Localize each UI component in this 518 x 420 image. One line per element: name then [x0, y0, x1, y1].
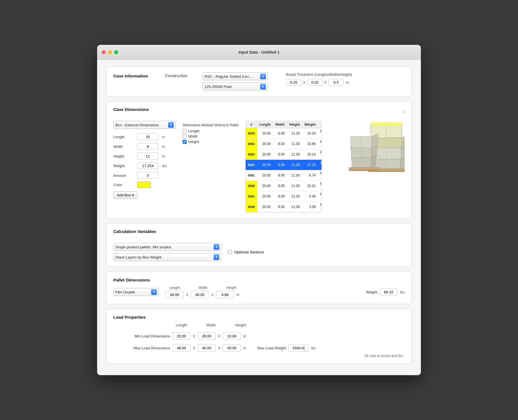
optimize-checkbox[interactable]	[228, 250, 232, 254]
svg-rect-23	[349, 170, 380, 171]
cb-length[interactable]	[183, 129, 187, 133]
pallet-type-dropdown[interactable]: FBA Double ⬍	[113, 288, 159, 296]
calc-vars-body: Single product pallets. Mix surplus ⬍ St…	[113, 243, 405, 261]
pallet-x2: X	[211, 293, 214, 297]
max-width-input[interactable]	[198, 344, 216, 352]
cb-length-label: Length	[188, 129, 200, 133]
color-swatch[interactable]	[137, 182, 151, 188]
length-input[interactable]	[137, 133, 158, 140]
close-button[interactable]	[102, 50, 106, 54]
max-load-label: Max Load Dimensions	[113, 346, 170, 350]
table-row[interactable]: 000120.008.0011.0010.86FBA20811 .	[246, 139, 322, 149]
min-load-row: Min Load Dimensions X X in	[113, 332, 405, 340]
min-x2: X	[218, 334, 221, 338]
calc-option2-text: Stack Layers by Box Weight	[115, 255, 161, 259]
pallet-weight-unit: lbs	[400, 290, 405, 294]
thickness-w-input[interactable]	[307, 79, 323, 86]
calculation-variables-section: Calculation Variables Single product pal…	[106, 223, 412, 267]
pallet-dim-group: Length Width Height X X in	[166, 286, 241, 298]
dimensions-allowed-title: Dimensions Allowed Vertical to Pallet	[183, 123, 239, 127]
cb-length-row: Length	[183, 129, 239, 133]
dim-left: Box - External Dimensions ⬍ Length in Wi…	[113, 121, 176, 213]
calc-vars-title: Calculation Variables	[113, 229, 156, 234]
x-label-2: X	[324, 80, 327, 85]
min-load-label: Min Load Dimensions	[113, 334, 170, 338]
pallet-x1: X	[186, 293, 189, 297]
min-length-input[interactable]	[172, 332, 191, 340]
pallet-weight-input[interactable]	[379, 288, 398, 296]
table-row[interactable]: 006320.008.0011.0018.14FBA20811 .	[246, 149, 322, 160]
pallet-length-input[interactable]	[166, 291, 184, 298]
cb-height[interactable]	[183, 140, 187, 144]
table-row[interactable]: 002320.008.0011.0010.20FBA20811 .	[246, 128, 322, 139]
minimize-button[interactable]	[108, 50, 112, 54]
box-external-dropdown[interactable]: Box - External Dimensions ⬍	[113, 121, 176, 129]
box-external-text: Box - External Dimensions	[115, 123, 159, 127]
box-select-dropdown: Box - External Dimensions ⬍	[113, 121, 176, 129]
pallet-dim-body: FBA Double ⬍ Length Width Height X	[113, 286, 405, 298]
weight-input[interactable]	[137, 162, 158, 169]
height-unit: in	[162, 154, 176, 158]
height-label: Height	[113, 154, 135, 158]
min-width-input[interactable]	[198, 332, 216, 340]
rsc-dropdown-text: RSC - Regular Slotted Con...	[204, 74, 252, 79]
length-unit: in	[162, 135, 176, 139]
calc-option2-arrow[interactable]: ⬍	[214, 254, 219, 260]
load-height-header: Height	[231, 323, 250, 327]
table-row[interactable]: 000120.008.0011.008.74FBA20811 .	[246, 170, 322, 181]
pallet-type-arrow[interactable]: ⬍	[151, 289, 157, 295]
thickness-h-input[interactable]	[328, 79, 344, 86]
calc-vars-selects: Single product pallets. Mix surplus ⬍ St…	[113, 243, 221, 261]
table-row[interactable]: 000120.008.0011.005.48FBA20811 .	[246, 191, 322, 202]
weight-unit: lbs	[162, 164, 176, 168]
thickness-unit: in	[346, 80, 349, 85]
add-box-button[interactable]: Add Box ▾	[113, 191, 138, 199]
table-row[interactable]: 000120.008.0011.0017.25FBA20811 5	[246, 160, 322, 170]
col-length: Length	[257, 121, 273, 128]
cb-width-label: Width	[188, 134, 198, 138]
cb-width[interactable]	[183, 135, 187, 138]
amount-input[interactable]	[137, 172, 158, 179]
svg-rect-12	[368, 171, 405, 172]
min-height-input[interactable]	[223, 332, 241, 340]
width-input[interactable]	[137, 143, 158, 150]
construction-selects: RSC - Regular Slotted Con... ⬍ 125-250#B…	[202, 72, 268, 91]
table-row[interactable]: 005920.008.0011.0010.42FBA20811 .	[246, 181, 322, 191]
flute-dropdown-arrow[interactable]: ⬍	[260, 84, 266, 89]
table-header-row: n Length Width Height Weight Code	[246, 121, 322, 128]
thickness-inputs: X X in	[286, 79, 352, 86]
thickness-l-input[interactable]	[286, 79, 301, 86]
width-unit: in	[162, 144, 176, 149]
col-width: Width	[273, 121, 287, 128]
width-label: Width	[113, 144, 135, 149]
flute-dropdown[interactable]: 125-250#B Flute ⬍	[202, 83, 268, 91]
pallet-height-input[interactable]	[216, 291, 234, 298]
load-properties-title: Load Properties	[113, 315, 146, 320]
chevron-right-icon[interactable]: ›	[403, 109, 405, 114]
case-info-row: Case Information Construction RSC - Regu…	[113, 72, 405, 91]
optimize-label: Optimize Sections	[234, 250, 264, 254]
case-dim-body: Box - External Dimensions ⬍ Length in Wi…	[113, 121, 405, 213]
max-x2: X	[218, 346, 221, 350]
max-load-row: Max Load Dimensions X X in Max Load Weig…	[113, 344, 405, 352]
calc-option1-arrow[interactable]: ⬍	[214, 244, 219, 250]
rsc-dropdown-arrow[interactable]: ⬍	[260, 74, 266, 79]
height-input[interactable]	[137, 153, 158, 159]
pallet-width-input[interactable]	[191, 291, 209, 298]
max-weight-input[interactable]	[288, 344, 309, 352]
load-properties-section: Load Properties Length Width Height Min …	[106, 309, 412, 364]
table-row[interactable]: 024920.008.0011.003.58FBA20811 6	[246, 202, 322, 212]
calc-option2-dropdown[interactable]: Stack Layers by Box Weight ⬍	[113, 253, 221, 261]
svg-rect-4	[371, 122, 402, 126]
load-length-header: Length	[172, 323, 191, 327]
box-table: n Length Width Height Weight Code 002320…	[245, 121, 322, 213]
case-information-title: Case Information	[113, 72, 156, 78]
rsc-dropdown[interactable]: RSC - Regular Slotted Con... ⬍	[202, 72, 268, 80]
pallet-dimensions-section: Pallet Dimensions FBA Double ⬍ Length Wi…	[106, 272, 412, 304]
box-external-arrow[interactable]: ⬍	[168, 122, 174, 128]
maximize-button[interactable]	[114, 50, 118, 54]
calc-option1-dropdown[interactable]: Single product pallets. Mix surplus ⬍	[113, 243, 221, 251]
max-height-input[interactable]	[223, 344, 241, 352]
weight-label: Weight	[113, 164, 135, 168]
max-length-input[interactable]	[172, 344, 191, 352]
